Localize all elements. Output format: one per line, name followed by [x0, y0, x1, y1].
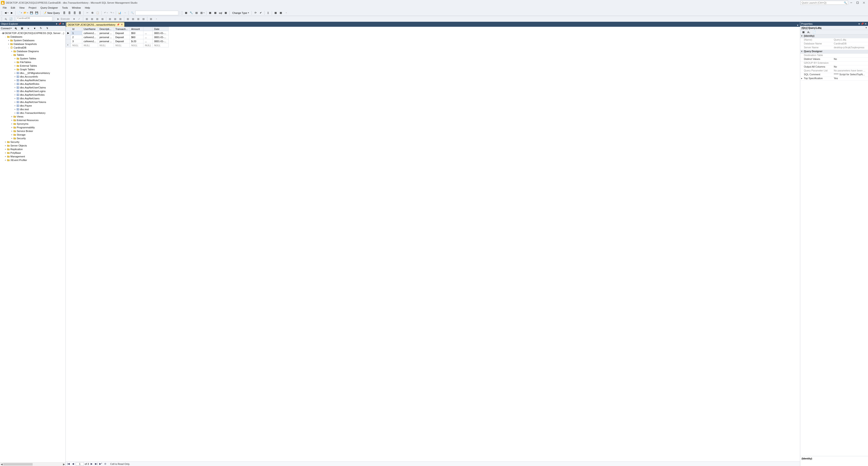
- cell-transactiontype[interactable]: Deposit: [114, 31, 130, 35]
- expand-icon[interactable]: +: [13, 105, 16, 107]
- toolbar-overflow-3[interactable]: [154, 17, 158, 21]
- tree-node[interactable]: +Graph Tables: [0, 67, 65, 71]
- indent-button[interactable]: ▦: [136, 17, 141, 21]
- property-row[interactable]: Query Parameter ListNo parameters have b…: [800, 69, 868, 73]
- oe-filter-button[interactable]: ▦: [20, 26, 24, 31]
- properties-grid[interactable]: ▾(Identity)(Name)Query1.dtqDatabase Name…: [800, 34, 868, 456]
- display-plan-button[interactable]: ▦: [85, 17, 89, 21]
- menu-project[interactable]: Project: [27, 6, 38, 9]
- prop-pages-button[interactable]: 📄: [812, 30, 816, 34]
- query-options-button[interactable]: ▦: [90, 17, 94, 21]
- property-value[interactable]: ***** Script for SelectTopN...: [833, 73, 868, 77]
- cell-date[interactable]: 0001-01-...: [153, 31, 168, 35]
- property-row[interactable]: ▸Top SpecificationYes: [800, 77, 868, 81]
- qd-btn-2[interactable]: ▦: [213, 11, 218, 15]
- tree-node[interactable]: +Replication: [0, 147, 65, 151]
- undo-button[interactable]: ↶: [103, 11, 108, 15]
- property-value[interactable]: No: [833, 58, 868, 61]
- copy-button[interactable]: ⧉: [90, 11, 95, 15]
- expand-icon[interactable]: +: [13, 94, 16, 96]
- nav-new-button[interactable]: ▶*: [99, 462, 102, 465]
- expand-icon[interactable]: -: [4, 36, 7, 38]
- expand-icon[interactable]: +: [10, 115, 13, 118]
- tree-node[interactable]: +External Resources: [0, 118, 65, 122]
- qd-btn-1[interactable]: ▦: [208, 11, 212, 15]
- qd-btn-4[interactable]: ▦: [223, 11, 228, 15]
- nav-last-button[interactable]: ▶|: [94, 462, 98, 465]
- change-connection-button[interactable]: 🔄: [9, 17, 13, 21]
- qd-btn-6[interactable]: ✔: [258, 11, 263, 15]
- include-plan-button[interactable]: ▦: [95, 17, 99, 21]
- expand-icon[interactable]: +: [13, 61, 16, 63]
- tree-node[interactable]: +FileTables: [0, 60, 65, 64]
- database-selector[interactable]: CardinalDB: [16, 17, 52, 21]
- property-row[interactable]: Server Namedesktop-jc9cqk2\sqlexpress: [800, 46, 868, 50]
- navigate-fwd-button[interactable]: ▶: [9, 11, 14, 15]
- as-xmla-query-button[interactable]: 🗄: [78, 11, 82, 15]
- show-results-pane-button[interactable]: ▥: [199, 11, 205, 15]
- cell-date[interactable]: 0001-01-...: [153, 35, 168, 39]
- property-row[interactable]: Distinct ValuesNo: [800, 58, 868, 61]
- property-row[interactable]: Database NameCardinalDB: [800, 42, 868, 46]
- tab-pin-icon[interactable]: 📌: [117, 23, 119, 26]
- expand-icon[interactable]: +: [4, 148, 7, 151]
- oe-stop-button[interactable]: ■: [26, 26, 31, 31]
- results-grid-button[interactable]: ▦: [107, 17, 112, 21]
- maximize-button[interactable]: [855, 0, 861, 5]
- paste-button[interactable]: 📋: [95, 11, 100, 15]
- expand-icon[interactable]: +: [10, 130, 13, 133]
- oe-horizontal-scrollbar[interactable]: ◀ ▶: [0, 462, 65, 466]
- prop-categorized-button[interactable]: ▦: [801, 30, 806, 34]
- tree-node[interactable]: +dbo.AspNetRoleClaims: [0, 79, 65, 82]
- nav-next-button[interactable]: ▶: [90, 462, 93, 465]
- results-file-button[interactable]: ▦: [118, 17, 123, 21]
- menu-help[interactable]: Help: [83, 6, 92, 9]
- find-button[interactable]: 🔍: [130, 11, 135, 15]
- col-header-transactiontype[interactable]: Transacti...: [114, 27, 130, 31]
- results-text-button[interactable]: ▦: [113, 17, 117, 21]
- cell-amount[interactable]: $-20: [130, 39, 144, 43]
- cell-null[interactable]: NULL: [114, 43, 130, 48]
- qd-btn-7[interactable]: Σ: [266, 11, 270, 15]
- menu-query-designer[interactable]: Query Designer: [39, 6, 60, 9]
- tree-node[interactable]: +Database Snapshots: [0, 42, 65, 46]
- cell-null[interactable]: NULL: [71, 43, 82, 48]
- redo-button[interactable]: ↷: [109, 11, 115, 15]
- execute-button[interactable]: ▶Execute: [55, 17, 71, 21]
- col-header-id[interactable]: Id: [71, 27, 82, 31]
- expand-icon[interactable]: +: [4, 152, 7, 154]
- toolbar-overflow-2[interactable]: [284, 11, 288, 15]
- tree-node[interactable]: +dbo.AspNetUserClaims: [0, 86, 65, 89]
- cell-username[interactable]: cshivers1...: [82, 39, 98, 43]
- tree-node[interactable]: +dbo.AspNetUsers: [0, 96, 65, 100]
- expand-icon[interactable]: +: [13, 79, 16, 82]
- tree-node[interactable]: +Synonyms: [0, 122, 65, 126]
- col-header-blank[interactable]: [144, 27, 153, 31]
- cell-null[interactable]: NULL: [82, 43, 98, 48]
- cell-blank[interactable]: ...: [144, 39, 153, 43]
- expand-icon[interactable]: +: [10, 134, 13, 136]
- change-type-button[interactable]: Change Type▾: [231, 11, 250, 15]
- uncomment-button[interactable]: ▦: [131, 17, 135, 21]
- comment-button[interactable]: ▦: [126, 17, 130, 21]
- menu-view[interactable]: View: [18, 6, 27, 9]
- collapse-icon[interactable]: ▾: [800, 50, 803, 54]
- parse-button[interactable]: ✓: [77, 17, 82, 21]
- save-button[interactable]: 💾: [29, 11, 34, 15]
- tree-node[interactable]: +External Tables: [0, 64, 65, 67]
- property-value[interactable]: [833, 61, 868, 65]
- tree-node[interactable]: +dbo.AspNetRoles: [0, 82, 65, 86]
- tree-node[interactable]: +Security: [0, 137, 65, 140]
- cell-description[interactable]: personal ...: [98, 39, 114, 43]
- tree-node[interactable]: +Storage: [0, 133, 65, 137]
- toolbar-grip[interactable]: [1, 11, 2, 15]
- qd-btn-9[interactable]: ▦: [279, 11, 283, 15]
- tree-node[interactable]: +dbo.AspNetUserRoles: [0, 93, 65, 96]
- expand-icon[interactable]: +: [10, 123, 13, 125]
- show-sql-pane-button[interactable]: ▤: [194, 11, 199, 15]
- as-mdx-query-button[interactable]: 🗄: [67, 11, 72, 15]
- tree-node[interactable]: -Databases: [0, 35, 65, 38]
- tab-list-dropdown[interactable]: ▾: [796, 24, 800, 27]
- table-row[interactable]: ▶ 1 cshivers1... personal ... Deposit $5…: [66, 31, 168, 35]
- nav-current-input[interactable]: 1: [76, 462, 84, 466]
